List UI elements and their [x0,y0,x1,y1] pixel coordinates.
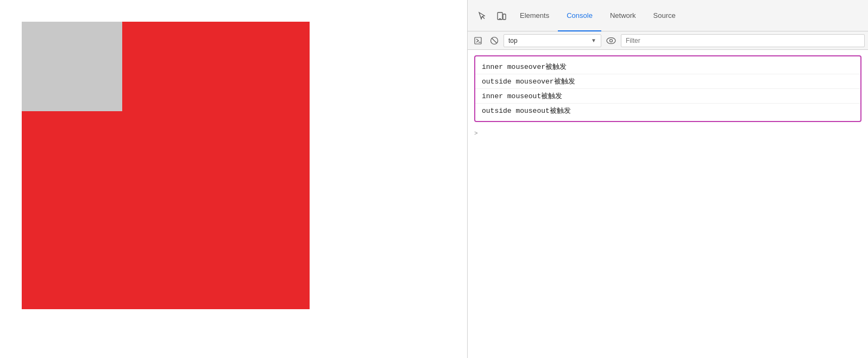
inspect-element-icon[interactable] [472,6,492,25]
tab-elements[interactable]: Elements [511,0,558,31]
console-line-2: outside mouseover被触发 [475,74,860,89]
tab-source[interactable]: Source [645,0,684,31]
devtools-panel: Elements Console Network Source [468,0,868,358]
svg-point-8 [607,37,615,43]
outer-box[interactable] [22,22,310,309]
context-selector[interactable]: top ▼ [504,34,601,47]
devtools-toolbar: top ▼ [468,31,868,50]
clear-console-icon[interactable] [487,34,501,48]
live-expression-icon[interactable] [603,33,619,48]
console-prompt-arrow: > [474,130,478,137]
console-line-3: inner mouseout被触发 [475,89,860,104]
console-line-1: inner mouseover被触发 [475,60,860,74]
svg-point-9 [610,39,613,42]
context-value: top [508,37,518,44]
tab-console[interactable]: Console [558,0,601,31]
devtools-tabs-bar: Elements Console Network Source [468,0,868,31]
inner-box[interactable] [22,22,122,111]
device-toggle-icon[interactable] [492,6,511,25]
svg-line-7 [492,38,497,43]
filter-input[interactable] [621,34,865,47]
svg-line-0 [482,16,485,18]
context-arrow-icon: ▼ [591,37,596,43]
console-line-4: outside mouseout被触发 [475,104,860,118]
svg-rect-2 [503,14,506,20]
console-prompt[interactable]: > [468,127,868,139]
console-highlight-box: inner mouseover被触发 outside mouseover被触发 … [474,55,861,122]
tab-network[interactable]: Network [601,0,645,31]
webpage-panel [0,0,467,358]
execute-script-icon[interactable] [471,34,485,48]
console-output[interactable]: inner mouseover被触发 outside mouseover被触发 … [468,50,868,358]
